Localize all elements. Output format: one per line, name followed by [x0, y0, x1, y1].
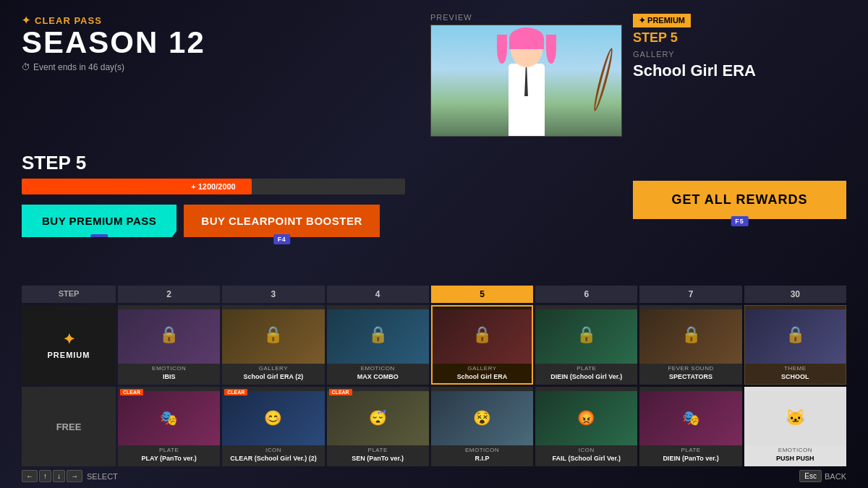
- col-header-3: 3: [222, 286, 324, 303]
- free-thumb-3: 😊: [222, 391, 324, 445]
- get-all-rewards-button[interactable]: GET ALL REWARDS F5: [633, 181, 846, 219]
- lock-icon-p7: 🔒: [681, 325, 701, 344]
- lock-icon-p6: 🔒: [576, 325, 596, 344]
- free-type-4: PLATE: [368, 447, 388, 453]
- premium-cell-30[interactable]: 🔒 THEME SCHOOL: [744, 305, 846, 385]
- clear-badge-2: CLEAR: [120, 389, 143, 395]
- cell-type-p6: PLATE: [576, 365, 596, 372]
- free-type-2: PLATE: [159, 447, 179, 453]
- grid-header: STEP 2 3 4 5 6 7 30: [22, 286, 846, 303]
- gallery-title: School Girl ERA: [633, 61, 846, 80]
- cell-type-p7: FEVER SOUND: [668, 365, 713, 372]
- cell-thumb-2: 🔒: [118, 309, 220, 364]
- season-title: SEASON 12: [22, 27, 205, 58]
- free-type-7: PLATE: [681, 447, 700, 453]
- cell-thumb-3: 🔒: [222, 309, 324, 364]
- clear-pass-label: ✦ CLEAR PASS: [22, 14, 205, 26]
- free-cell-2[interactable]: CLEAR 🎭 PLATE PLAY (PanTo ver.): [118, 387, 220, 466]
- free-row: FREE CLEAR 🎭 PLATE PLAY (PanTo ver.) CLE…: [22, 387, 846, 466]
- free-cell-5[interactable]: 😵 EMOTICON R.I.P: [431, 387, 533, 466]
- preview-label: PREVIEW: [430, 13, 622, 22]
- premium-cell-5-active[interactable]: 🔒 GALLERY School Girl ERA: [431, 305, 533, 385]
- cell-name-p6: DIEIN (School Girl Ver.): [548, 373, 624, 381]
- nav-hint: ← ↑ ↓ → SELECT: [22, 470, 118, 482]
- cell-type-p3: GALLERY: [259, 365, 288, 372]
- free-thumb-5: 😵: [431, 391, 533, 445]
- cell-type-p4: EMOTICON: [361, 365, 395, 372]
- star-icon: ✦: [22, 14, 31, 26]
- cell-type-p30: THEME: [784, 365, 807, 372]
- clear-badge-3: CLEAR: [224, 389, 247, 395]
- cell-name-p30: SCHOOL: [779, 373, 812, 381]
- gallery-label: GALLERY: [633, 50, 846, 59]
- buy-booster-button[interactable]: BUY CLEARPOINT BOOSTER F4: [184, 205, 379, 237]
- premium-badge: ✦ PREMIUM: [633, 14, 691, 27]
- bottom-bar: ← ↑ ↓ → SELECT Esc BACK: [0, 470, 868, 482]
- col-header-2: 2: [118, 286, 220, 303]
- cell-type-p2: EMOTICON: [152, 365, 186, 372]
- premium-cell-2[interactable]: 🔒 EMOTICON IBIS: [118, 305, 220, 385]
- grid-section: STEP 2 3 4 5 6 7 30 ✦ PREMIUM 🔒: [22, 286, 846, 466]
- free-cell-30[interactable]: 🐱 EMOTICON PUSH PUSH: [744, 387, 846, 466]
- free-name-6: FAIL (School Girl Ver.): [550, 455, 623, 463]
- premium-star-icon: ✦: [63, 330, 75, 348]
- cell-thumb-7: 🔒: [639, 309, 741, 364]
- esc-key: Esc: [799, 470, 822, 482]
- col-header-7: 7: [639, 286, 741, 303]
- buy-premium-button[interactable]: BUY PREMIUM PASS F3: [22, 205, 176, 237]
- cell-thumb-4: 🔒: [327, 309, 429, 364]
- free-name-3: CLEAR (School Girl Ver.) (2): [228, 455, 319, 463]
- free-cell-4[interactable]: CLEAR 😴 PLATE SEN (PanTo ver.): [327, 387, 429, 466]
- cell-name-p3: School Girl ERA (2): [242, 373, 306, 381]
- premium-cell-4[interactable]: 🔒 EMOTICON MAX COMBO: [327, 305, 429, 385]
- lock-icon-p4: 🔒: [368, 325, 388, 344]
- free-name-2: PLAY (PanTo ver.): [139, 455, 198, 463]
- back-label: BACK: [825, 472, 846, 481]
- col-header-30: 30: [744, 286, 846, 303]
- lock-icon-p2: 🔒: [159, 325, 179, 344]
- premium-text: PREMIUM: [48, 351, 90, 359]
- step-number: STEP 5: [22, 152, 846, 174]
- free-row-label: FREE: [22, 387, 116, 466]
- grid-rows: ✦ PREMIUM 🔒 EMOTICON IBIS 🔒 GALLERY: [22, 305, 846, 466]
- f4-key-badge: F4: [273, 234, 291, 244]
- col-header-5-active: 5: [431, 286, 533, 303]
- progress-text: + 1200/2000: [191, 182, 235, 191]
- f5-key-badge: F5: [731, 216, 749, 226]
- free-name-7: DIEIN (PanTo ver.): [660, 455, 720, 463]
- free-cell-6[interactable]: 😡 ICON FAIL (School Girl Ver.): [535, 387, 637, 466]
- lock-icon-p3: 🔒: [263, 325, 283, 344]
- premium-cell-7[interactable]: 🔒 FEVER SOUND SPECTATORS: [639, 305, 741, 385]
- free-cell-3[interactable]: CLEAR 😊 ICON CLEAR (School Girl Ver.) (2…: [222, 387, 324, 466]
- cell-name-p7: SPECTATORS: [667, 373, 715, 381]
- f3-key-badge: F3: [90, 234, 108, 244]
- progress-bar: + 1200/2000: [22, 179, 405, 194]
- free-name-5: R.I.P: [472, 455, 491, 463]
- up-key: ↑: [39, 470, 51, 482]
- free-type-5: EMOTICON: [465, 447, 499, 453]
- cell-thumb-5: 🔒: [433, 309, 532, 364]
- preview-image: [430, 25, 622, 137]
- free-type-30: EMOTICON: [778, 447, 812, 453]
- cell-name-p5: School Girl ERA: [455, 373, 510, 381]
- lock-icon-p30: 🔒: [786, 325, 805, 344]
- cell-thumb-6: 🔒: [535, 309, 637, 364]
- free-thumb-4: 😴: [327, 391, 429, 445]
- left-key: ←: [22, 470, 38, 482]
- premium-row-label: ✦ PREMIUM: [22, 305, 116, 385]
- col-header-4: 4: [327, 286, 429, 303]
- step-label-right: STEP 5: [633, 30, 846, 46]
- title-area: ✦ CLEAR PASS SEASON 12 ⏱ Event ends in 4…: [22, 14, 205, 72]
- cell-name-p4: MAX COMBO: [355, 373, 401, 381]
- cell-thumb-30: 🔒: [745, 309, 846, 364]
- free-type-3: ICON: [265, 447, 281, 453]
- free-thumb-2: 🎭: [118, 391, 220, 445]
- premium-cell-6[interactable]: 🔒 PLATE DIEIN (School Girl Ver.): [535, 305, 637, 385]
- step-column-header: STEP: [22, 286, 116, 303]
- free-cell-7[interactable]: 🎭 PLATE DIEIN (PanTo ver.): [639, 387, 741, 466]
- premium-cell-3[interactable]: 🔒 GALLERY School Girl ERA (2): [222, 305, 324, 385]
- cell-name-p2: IBIS: [161, 373, 178, 381]
- back-hint: Esc BACK: [799, 470, 846, 482]
- premium-row: ✦ PREMIUM 🔒 EMOTICON IBIS 🔒 GALLERY: [22, 305, 846, 385]
- right-key: →: [67, 470, 82, 482]
